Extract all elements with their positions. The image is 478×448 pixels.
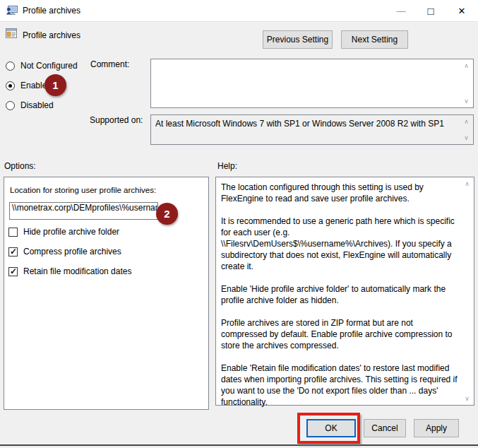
window-title: Profile archives <box>23 6 80 16</box>
checkbox-retain-file-dates[interactable]: Retain file modification dates <box>8 266 131 276</box>
scroll-up-icon[interactable]: ∧ <box>462 61 471 70</box>
next-setting-label: Next Setting <box>352 35 398 45</box>
profile-archives-dialog: Profile archives — □ ✕ Profile archives … <box>0 0 478 448</box>
help-section-label: Help: <box>217 161 237 171</box>
radio-not-configured[interactable]: Not Configured <box>6 61 78 71</box>
ok-button-label: OK <box>325 423 337 433</box>
checkbox-retain-label: Retain file modification dates <box>23 266 131 276</box>
radio-not-configured-circle[interactable] <box>6 61 15 71</box>
supported-on-value: At least Microsoft Windows 7 with SP1 or… <box>155 119 459 129</box>
comment-label: Comment: <box>90 59 129 69</box>
scroll-down-icon[interactable]: ∨ <box>462 97 471 105</box>
help-paragraph: Enable 'Retain file modification dates' … <box>221 362 460 408</box>
maximize-button[interactable]: □ <box>419 0 442 21</box>
checkbox-hide-profile-archive-folder[interactable]: Hide profile archive folder <box>8 227 119 237</box>
close-icon: ✕ <box>458 6 466 16</box>
minimize-icon: — <box>397 6 406 16</box>
annotation-step-2: 2 <box>156 203 178 225</box>
scroll-down-icon: ∨ <box>462 134 471 142</box>
previous-setting-button[interactable]: Previous Setting <box>263 30 333 49</box>
annotation-step-2-number: 2 <box>164 208 169 220</box>
radio-not-configured-label: Not Configured <box>20 61 78 71</box>
cancel-button-label: Cancel <box>371 423 398 433</box>
group-policy-app-icon <box>6 5 18 19</box>
help-paragraph: Enable 'Hide profile archive folder' to … <box>221 283 460 306</box>
comment-textarea[interactable]: ∧ ∨ <box>150 59 474 108</box>
minimize-button[interactable]: — <box>390 0 412 21</box>
radio-enabled-circle[interactable] <box>6 81 15 90</box>
next-setting-button[interactable]: Next Setting <box>341 30 408 49</box>
help-text: The location configured through this set… <box>221 182 460 419</box>
radio-disabled-circle[interactable] <box>6 101 15 110</box>
checkbox-compress-profile-archives[interactable]: Compress profile archives <box>8 247 121 257</box>
scroll-down-icon[interactable]: ∨ <box>462 394 472 403</box>
cancel-button[interactable]: Cancel <box>364 419 406 437</box>
checkbox-hide-box[interactable] <box>8 228 18 237</box>
close-button[interactable]: ✕ <box>450 0 473 21</box>
policy-setting-icon <box>6 28 17 41</box>
help-paragraph: Profile archives are stored in ZIP forma… <box>221 317 460 351</box>
options-section-label: Options: <box>4 161 36 171</box>
apply-button-label: Apply <box>426 423 447 433</box>
supported-on-box: At least Microsoft Windows 7 with SP1 or… <box>150 114 474 145</box>
help-paragraph: It is recommended to use a generic path … <box>221 216 460 272</box>
help-panel: The location configured through this set… <box>215 177 474 406</box>
setting-title: Profile archives <box>23 30 80 40</box>
options-panel: Location for storing user profile archiv… <box>4 177 209 410</box>
scroll-up-icon[interactable]: ∧ <box>462 179 472 188</box>
help-paragraph: The location configured through this set… <box>221 182 460 204</box>
ok-button[interactable]: OK <box>306 419 356 437</box>
scroll-up-icon: ∧ <box>462 117 471 126</box>
radio-disabled-label: Disabled <box>20 100 54 110</box>
location-input[interactable]: \\monetrax.corp\DEMprofiles\%username% <box>9 202 158 220</box>
checkbox-compress-box[interactable] <box>8 247 18 257</box>
checkbox-hide-label: Hide profile archive folder <box>23 227 119 237</box>
apply-button[interactable]: Apply <box>414 419 459 437</box>
checkbox-retain-box[interactable] <box>8 267 18 276</box>
annotation-step-1: 1 <box>44 74 66 96</box>
window-bottom-edge <box>0 444 478 446</box>
title-bar: Profile archives — □ ✕ <box>0 0 478 22</box>
location-label: Location for storing user profile archiv… <box>10 186 156 194</box>
supported-on-label: Supported on: <box>90 115 143 125</box>
annotation-step-1-number: 1 <box>52 79 58 91</box>
radio-disabled[interactable]: Disabled <box>6 100 54 110</box>
previous-setting-label: Previous Setting <box>267 35 328 45</box>
checkbox-compress-label: Compress profile archives <box>23 247 121 257</box>
maximize-icon: □ <box>427 5 434 17</box>
